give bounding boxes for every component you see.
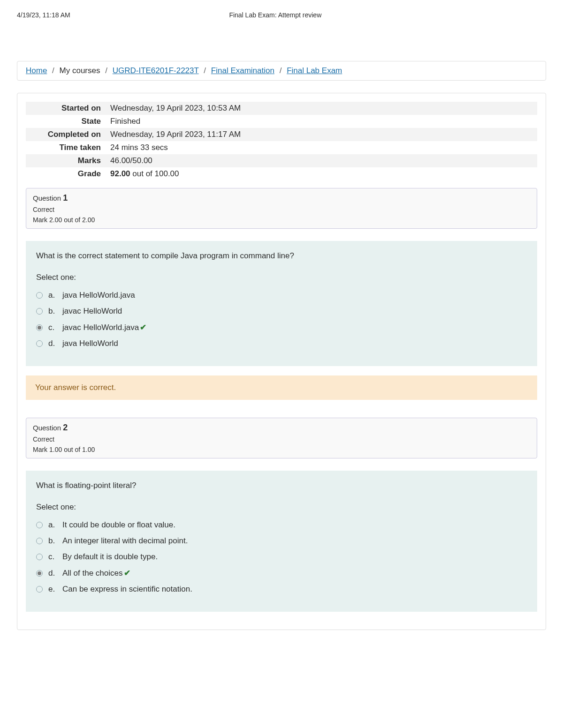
option-text: It could be double or float value. <box>62 520 175 530</box>
feedback-correct: Your answer is correct. <box>26 375 537 400</box>
select-one-label: Select one: <box>36 273 527 282</box>
label-time: Time taken <box>26 141 106 154</box>
grade-rest: out of 100.00 <box>130 169 179 178</box>
question-mark: Mark 1.00 out of 1.00 <box>33 446 530 453</box>
question-text: What is the correct statement to compile… <box>36 251 527 261</box>
answer-option: d. java HelloWorld <box>36 336 527 352</box>
select-one-label: Select one: <box>36 503 527 512</box>
breadcrumb: Home / My courses / UGRD-ITE6201F-2223T … <box>17 61 546 81</box>
question-label: Question <box>33 424 63 432</box>
value-grade: 92.00 out of 100.00 <box>106 167 537 180</box>
question-body: What is the correct statement to compile… <box>26 241 537 366</box>
radio-icon <box>36 538 43 544</box>
print-title: Final Lab Exam: Attempt review <box>229 11 321 19</box>
question-header: Question 1 Correct Mark 2.00 out of 2.00 <box>26 188 537 229</box>
question-state: Correct <box>33 435 530 443</box>
crumb-section[interactable]: Final Examination <box>211 66 274 75</box>
crumb-sep: / <box>105 66 107 75</box>
value-time: 24 mins 33 secs <box>106 141 537 154</box>
option-letter: c. <box>48 552 57 562</box>
option-text: By default it is double type. <box>62 552 158 562</box>
crumb-course[interactable]: UGRD-ITE6201F-2223T <box>113 66 199 75</box>
value-completed: Wednesday, 19 April 2023, 11:17 AM <box>106 128 537 141</box>
radio-icon <box>36 340 43 347</box>
crumb-sep: / <box>52 66 54 75</box>
crumb-home[interactable]: Home <box>26 66 47 75</box>
check-icon: ✔ <box>124 569 130 578</box>
option-text: An integer literal with decimal point. <box>62 536 188 546</box>
option-letter: d. <box>48 569 57 578</box>
option-letter: c. <box>48 323 57 332</box>
crumb-sep: / <box>204 66 206 75</box>
option-letter: b. <box>48 536 57 546</box>
label-completed: Completed on <box>26 128 106 141</box>
radio-icon <box>36 554 43 560</box>
option-text: java HelloWorld <box>62 339 118 348</box>
table-row: Grade92.00 out of 100.00 <box>26 167 537 180</box>
option-text: javac HelloWorld <box>62 307 122 316</box>
option-text: javac HelloWorld.java <box>62 323 139 332</box>
print-header: 4/19/23, 11:18 AM Final Lab Exam: Attemp… <box>17 11 546 19</box>
question-header: Question 2 Correct Mark 1.00 out of 1.00 <box>26 418 537 458</box>
label-grade: Grade <box>26 167 106 180</box>
table-row: Completed onWednesday, 19 April 2023, 11… <box>26 128 537 141</box>
answer-option: d. All of the choices✔ <box>36 565 527 582</box>
answer-option: b. javac HelloWorld <box>36 304 527 320</box>
review-container: Started onWednesday, 19 April 2023, 10:5… <box>17 93 546 630</box>
question-state: Correct <box>33 206 530 213</box>
option-letter: d. <box>48 339 57 348</box>
radio-icon <box>36 522 43 528</box>
option-letter: a. <box>48 520 57 530</box>
radio-icon <box>36 308 43 315</box>
label-started: Started on <box>26 102 106 115</box>
question-mark: Mark 2.00 out of 2.00 <box>33 216 530 224</box>
label-state: State <box>26 115 106 128</box>
option-text: java HelloWorld.java <box>62 291 135 300</box>
option-text: All of the choices <box>62 569 123 578</box>
radio-icon <box>36 586 43 593</box>
crumb-mycourses: My courses <box>60 66 100 75</box>
question-number: 2 <box>63 423 68 432</box>
radio-icon <box>36 324 43 331</box>
page-root: 4/19/23, 11:18 AM Final Lab Exam: Attemp… <box>0 0 563 728</box>
question-label: Question <box>33 194 63 202</box>
value-started: Wednesday, 19 April 2023, 10:53 AM <box>106 102 537 115</box>
answer-option: b. An integer literal with decimal point… <box>36 533 527 549</box>
answer-option: a. It could be double or float value. <box>36 518 527 533</box>
table-row: StateFinished <box>26 115 537 128</box>
radio-icon <box>36 292 43 299</box>
table-row: Time taken24 mins 33 secs <box>26 141 537 154</box>
print-timestamp: 4/19/23, 11:18 AM <box>17 11 70 19</box>
option-letter: b. <box>48 307 57 316</box>
crumb-sep: / <box>280 66 282 75</box>
value-state: Finished <box>106 115 537 128</box>
answer-option: c. javac HelloWorld.java✔ <box>36 320 527 336</box>
attempt-summary-table: Started onWednesday, 19 April 2023, 10:5… <box>26 102 537 180</box>
option-letter: e. <box>48 585 57 594</box>
radio-icon <box>36 570 43 577</box>
crumb-item[interactable]: Final Lab Exam <box>287 66 342 75</box>
value-marks: 46.00/50.00 <box>106 154 537 167</box>
answer-option: c. By default it is double type. <box>36 549 527 565</box>
answer-option: e. Can be express in scientific notation… <box>36 582 527 598</box>
option-text: Can be express in scientific notation. <box>62 585 192 594</box>
option-letter: a. <box>48 291 57 300</box>
table-row: Started onWednesday, 19 April 2023, 10:5… <box>26 102 537 115</box>
question-number: 1 <box>63 193 68 203</box>
table-row: Marks46.00/50.00 <box>26 154 537 167</box>
question-text: What is floating-point literal? <box>36 481 527 490</box>
question-body: What is floating-point literal? Select o… <box>26 471 537 612</box>
label-marks: Marks <box>26 154 106 167</box>
answer-option: a. java HelloWorld.java <box>36 288 527 304</box>
grade-bold: 92.00 <box>110 169 130 178</box>
check-icon: ✔ <box>140 323 146 332</box>
